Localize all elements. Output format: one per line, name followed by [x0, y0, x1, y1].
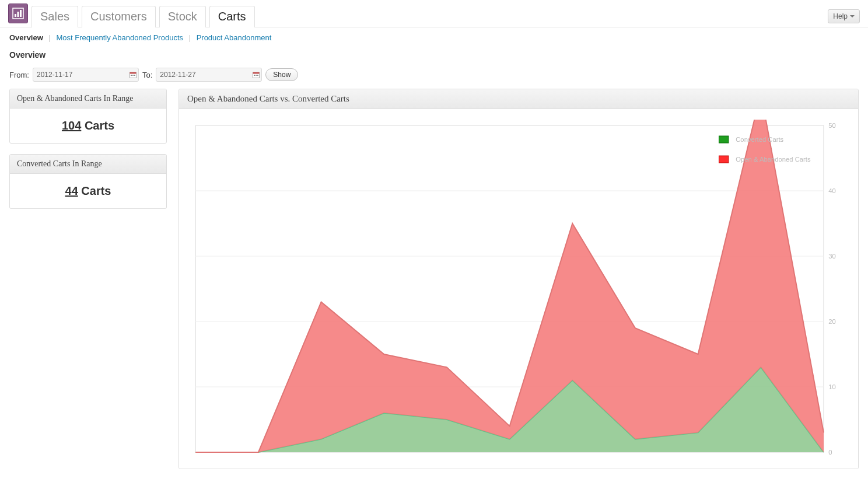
- tab-sales[interactable]: Sales: [32, 6, 78, 27]
- panel-head: Open & Abandoned Carts In Range: [10, 89, 166, 109]
- calendar-icon[interactable]: [128, 71, 138, 78]
- to-date-input[interactable]: [156, 69, 251, 81]
- page-title: Overview: [0, 48, 868, 65]
- open-count-body: 104 Carts: [10, 109, 166, 143]
- chart-icon: [12, 8, 24, 19]
- to-label: To:: [142, 71, 152, 79]
- subnav-most-frequently-abandoned[interactable]: Most Frequently Abandoned Products: [56, 33, 183, 42]
- brand-logo[interactable]: [8, 4, 28, 23]
- converted-count-unit: Carts: [81, 184, 111, 197]
- chevron-down-icon: [850, 15, 855, 18]
- svg-rect-10: [253, 72, 260, 74]
- help-button[interactable]: Help: [828, 9, 860, 23]
- svg-text:20: 20: [828, 318, 836, 325]
- subnav-overview: Overview: [9, 33, 43, 42]
- subnav-product-abandonment[interactable]: Product Abandonment: [197, 33, 272, 42]
- open-abandoned-panel: Open & Abandoned Carts In Range 104 Cart…: [9, 89, 167, 144]
- svg-text:50: 50: [828, 122, 836, 129]
- separator: |: [45, 33, 54, 42]
- svg-rect-6: [131, 75, 132, 76]
- open-count-unit: Carts: [85, 119, 114, 132]
- svg-rect-1: [15, 14, 16, 17]
- calendar-icon[interactable]: [251, 71, 261, 78]
- svg-text:Open & Abandoned Carts: Open & Abandoned Carts: [736, 156, 811, 163]
- chart-title: Open & Abandoned Carts vs. Converted Car…: [179, 89, 858, 109]
- svg-rect-2: [18, 12, 19, 17]
- show-button[interactable]: Show: [265, 68, 298, 81]
- svg-rect-13: [257, 75, 258, 76]
- from-date-wrapper: [33, 68, 139, 82]
- svg-text:30: 30: [828, 253, 836, 260]
- svg-text:Converted Carts: Converted Carts: [736, 136, 783, 143]
- from-date-input[interactable]: [33, 69, 128, 81]
- svg-text:0: 0: [828, 449, 832, 456]
- tab-customers[interactable]: Customers: [82, 6, 156, 27]
- svg-rect-27: [719, 156, 729, 163]
- tab-stock[interactable]: Stock: [159, 6, 206, 27]
- tab-carts[interactable]: Carts: [209, 6, 255, 27]
- panel-head: Converted Carts In Range: [10, 155, 166, 174]
- svg-rect-11: [254, 75, 255, 76]
- svg-rect-3: [20, 10, 22, 17]
- svg-text:10: 10: [828, 383, 836, 390]
- from-label: From:: [9, 71, 29, 79]
- converted-count-number: 44: [65, 184, 78, 197]
- svg-rect-12: [256, 75, 257, 76]
- open-count-number: 104: [62, 119, 81, 132]
- svg-rect-8: [134, 75, 135, 76]
- svg-rect-25: [719, 136, 729, 143]
- converted-panel: Converted Carts In Range 44 Carts: [9, 154, 167, 209]
- svg-rect-7: [132, 75, 134, 76]
- svg-text:40: 40: [828, 187, 836, 194]
- svg-rect-5: [130, 72, 136, 74]
- area-chart: 01020304050Converted CartsOpen & Abandon…: [190, 120, 848, 458]
- chart-panel: Open & Abandoned Carts vs. Converted Car…: [178, 89, 859, 469]
- help-label: Help: [833, 12, 848, 20]
- separator: |: [186, 33, 194, 42]
- converted-count-body: 44 Carts: [10, 174, 166, 208]
- subnav: Overview | Most Frequently Abandoned Pro…: [0, 27, 868, 48]
- to-date-wrapper: [156, 68, 262, 82]
